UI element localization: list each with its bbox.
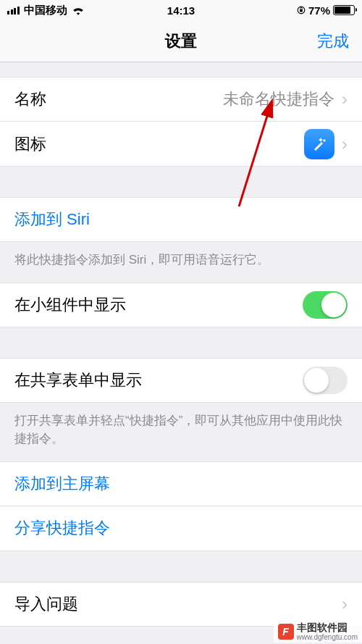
signal-icon [7, 7, 20, 14]
orientation-lock-icon [297, 6, 306, 14]
icon-cell[interactable]: 图标 › [0, 122, 362, 167]
chevron-right-icon: › [342, 594, 348, 614]
add-to-home-cell[interactable]: 添加到主屏幕 [0, 461, 362, 506]
import-questions-cell[interactable]: 导入问题 › [0, 582, 362, 627]
status-bar: 中国移动 14:13 77% [0, 0, 362, 20]
import-questions-label: 导入问题 [14, 593, 78, 615]
battery-icon [333, 5, 355, 15]
share-shortcut-cell[interactable]: 分享快捷指令 [0, 506, 362, 551]
name-cell[interactable]: 名称 未命名快捷指令 › [0, 77, 362, 122]
name-label: 名称 [14, 88, 46, 110]
share-sheet-note: 打开共享表单并轻点“快捷指令”，即可从其他应用中使用此快捷指令。 [0, 403, 362, 461]
nav-bar: 设置 完成 [0, 20, 362, 62]
watermark-title: 丰图软件园 [297, 622, 358, 633]
add-to-siri-label: 添加到 Siri [14, 209, 90, 230]
share-sheet-toggle[interactable] [303, 367, 348, 394]
add-to-home-label: 添加到主屏幕 [14, 473, 110, 495]
name-value: 未命名快捷指令 [46, 88, 334, 110]
status-right: 77% [297, 4, 355, 17]
watermark: F 丰图软件园 www.dgfengtu.com [274, 621, 363, 643]
share-sheet-cell: 在共享表单中显示 [0, 358, 362, 403]
share-shortcut-label: 分享快捷指令 [14, 517, 110, 539]
battery-pct: 77% [308, 4, 330, 17]
status-time: 14:13 [167, 4, 195, 17]
watermark-url: www.dgfengtu.com [297, 633, 358, 641]
widget-toggle[interactable] [303, 291, 348, 319]
add-to-siri-cell[interactable]: 添加到 Siri [0, 197, 362, 242]
widget-label: 在小组件中显示 [14, 294, 126, 316]
add-to-siri-note: 将此快捷指令添加到 Siri，即可用语音运行它。 [0, 242, 362, 283]
carrier-label: 中国移动 [24, 4, 67, 17]
wifi-icon [72, 5, 85, 15]
watermark-logo: F [278, 624, 294, 640]
share-sheet-label: 在共享表单中显示 [14, 369, 142, 391]
done-button[interactable]: 完成 [317, 30, 349, 52]
chevron-right-icon: › [342, 89, 348, 109]
shortcut-wand-icon [304, 129, 334, 159]
widget-cell: 在小组件中显示 [0, 283, 362, 327]
nav-title: 设置 [165, 30, 197, 52]
icon-label: 图标 [14, 133, 46, 155]
chevron-right-icon: › [342, 134, 348, 154]
status-left: 中国移动 [7, 4, 85, 17]
svg-rect-1 [300, 9, 303, 12]
